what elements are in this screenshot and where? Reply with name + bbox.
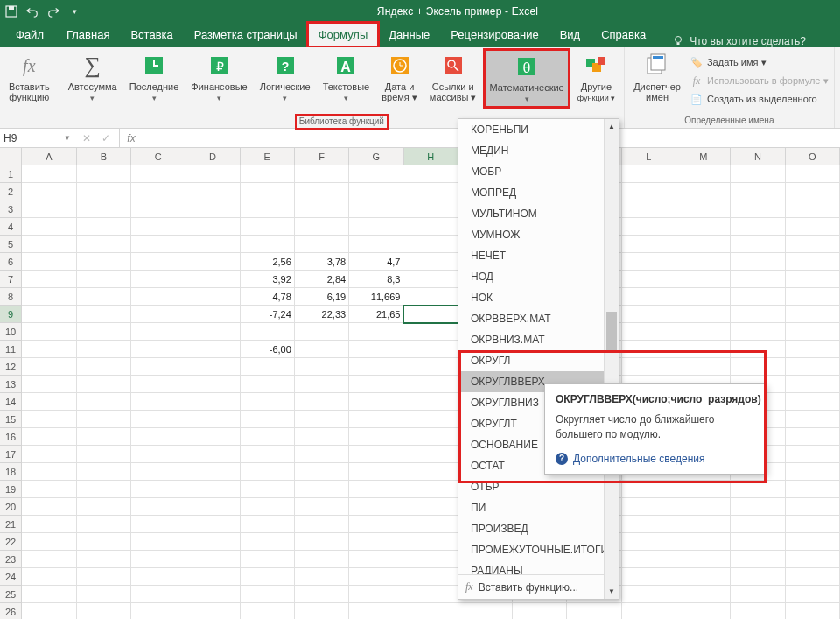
- cell[interactable]: [77, 306, 131, 323]
- fx-icon-small[interactable]: fx: [120, 129, 143, 147]
- cell[interactable]: [22, 428, 76, 446]
- cell[interactable]: [622, 358, 676, 376]
- dropdown-item[interactable]: НОК: [458, 287, 619, 308]
- cell[interactable]: [676, 306, 731, 323]
- cell[interactable]: [77, 428, 131, 446]
- cell[interactable]: [186, 288, 240, 306]
- cell[interactable]: [676, 236, 731, 253]
- cell[interactable]: [186, 516, 240, 533]
- cell[interactable]: [77, 393, 131, 411]
- cell[interactable]: [403, 183, 458, 200]
- cell[interactable]: [622, 341, 676, 358]
- cell[interactable]: [186, 306, 240, 323]
- row-header[interactable]: 8: [0, 288, 22, 306]
- cell[interactable]: [241, 218, 295, 236]
- cell[interactable]: [731, 253, 785, 271]
- cell[interactable]: [786, 516, 840, 533]
- cell[interactable]: [131, 236, 186, 253]
- cell[interactable]: [731, 165, 785, 183]
- cell[interactable]: [786, 393, 840, 411]
- cell[interactable]: [131, 165, 186, 183]
- dropdown-item[interactable]: ОКРВВЕРХ.МАТ: [458, 308, 619, 329]
- cell[interactable]: [403, 516, 458, 533]
- column-header[interactable]: A: [22, 148, 76, 165]
- insert-function-menu-item[interactable]: fx Вставить функцию...: [458, 574, 619, 599]
- cell[interactable]: [676, 533, 731, 551]
- cell[interactable]: [295, 358, 349, 376]
- cell[interactable]: [786, 253, 840, 271]
- cell[interactable]: [77, 481, 131, 498]
- cell[interactable]: [731, 288, 785, 306]
- cell[interactable]: [786, 446, 840, 463]
- cell[interactable]: -6,00: [241, 341, 295, 358]
- cell[interactable]: [403, 236, 458, 253]
- cell[interactable]: [731, 341, 785, 358]
- cell[interactable]: [295, 236, 349, 253]
- cell[interactable]: [77, 341, 131, 358]
- cell[interactable]: [77, 218, 131, 236]
- cell[interactable]: [622, 165, 676, 183]
- cell[interactable]: [131, 463, 186, 481]
- cell[interactable]: [731, 568, 785, 586]
- cell[interactable]: [22, 481, 76, 498]
- cell[interactable]: [676, 165, 731, 183]
- column-header[interactable]: D: [186, 148, 240, 165]
- cell[interactable]: [676, 516, 731, 533]
- cell[interactable]: [731, 323, 785, 341]
- cell[interactable]: [676, 200, 731, 218]
- cell[interactable]: [403, 603, 458, 619]
- logical-button[interactable]: ? Логические▾: [256, 50, 314, 105]
- cell[interactable]: [676, 271, 731, 288]
- column-header[interactable]: G: [349, 148, 403, 165]
- cell[interactable]: [131, 271, 186, 288]
- cell[interactable]: [349, 183, 403, 200]
- cell[interactable]: [786, 358, 840, 376]
- cell[interactable]: [731, 603, 785, 619]
- row-header[interactable]: 7: [0, 271, 22, 288]
- row-header[interactable]: 13: [0, 376, 22, 393]
- cell[interactable]: [622, 200, 676, 218]
- cell[interactable]: [403, 323, 458, 341]
- cell[interactable]: [22, 568, 76, 586]
- cell[interactable]: [241, 376, 295, 393]
- cell[interactable]: [77, 411, 131, 428]
- cell[interactable]: 2,84: [295, 271, 349, 288]
- dropdown-item[interactable]: РАДИАНЫ: [458, 560, 619, 574]
- cell[interactable]: [22, 603, 76, 619]
- cell[interactable]: [241, 481, 295, 498]
- cell[interactable]: [403, 393, 458, 411]
- cell[interactable]: [622, 481, 676, 498]
- cell[interactable]: [186, 446, 240, 463]
- cell[interactable]: 8,3: [349, 271, 403, 288]
- cell[interactable]: [295, 323, 349, 341]
- cell[interactable]: [676, 603, 731, 619]
- cell[interactable]: [131, 498, 186, 516]
- cell[interactable]: [22, 358, 76, 376]
- tab-insert[interactable]: Вставка: [120, 23, 183, 47]
- cell[interactable]: [131, 358, 186, 376]
- lookup-button[interactable]: Ссылки имассивы ▾: [426, 50, 480, 104]
- row-header[interactable]: 20: [0, 498, 22, 516]
- cell[interactable]: [786, 236, 840, 253]
- cell[interactable]: 11,669: [349, 288, 403, 306]
- name-box[interactable]: H9▼: [0, 129, 74, 147]
- row-header[interactable]: 6: [0, 253, 22, 271]
- cell[interactable]: [77, 165, 131, 183]
- cell[interactable]: [186, 358, 240, 376]
- tooltip-more-link[interactable]: ? Дополнительные сведения: [556, 453, 753, 465]
- column-header[interactable]: H: [404, 148, 458, 165]
- cell[interactable]: [295, 428, 349, 446]
- cell[interactable]: [186, 323, 240, 341]
- cell[interactable]: [403, 376, 458, 393]
- cell[interactable]: [676, 218, 731, 236]
- tab-data[interactable]: Данные: [378, 23, 440, 47]
- cell[interactable]: [403, 498, 458, 516]
- cell[interactable]: [186, 463, 240, 481]
- cell[interactable]: [241, 603, 295, 619]
- cell[interactable]: [676, 253, 731, 271]
- cell[interactable]: [77, 568, 131, 586]
- cell[interactable]: [241, 551, 295, 568]
- cell[interactable]: [349, 236, 403, 253]
- text-button[interactable]: A Текстовые▾: [319, 50, 374, 105]
- cell[interactable]: [622, 516, 676, 533]
